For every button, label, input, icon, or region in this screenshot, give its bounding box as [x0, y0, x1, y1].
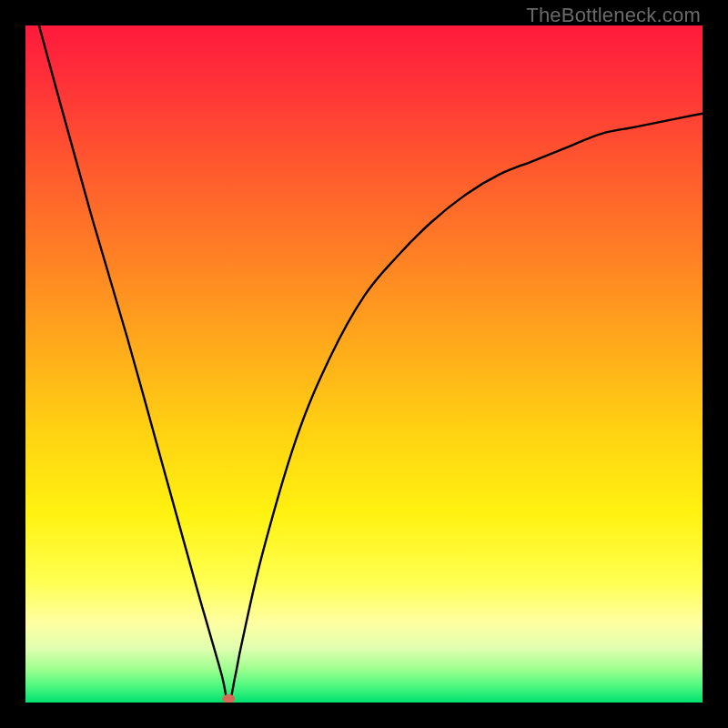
outer-frame: TheBottleneck.com: [0, 0, 728, 728]
plot-area: [25, 25, 703, 703]
watermark-text: TheBottleneck.com: [526, 4, 701, 27]
gradient-background: [25, 25, 703, 703]
chart-svg: [25, 25, 703, 703]
